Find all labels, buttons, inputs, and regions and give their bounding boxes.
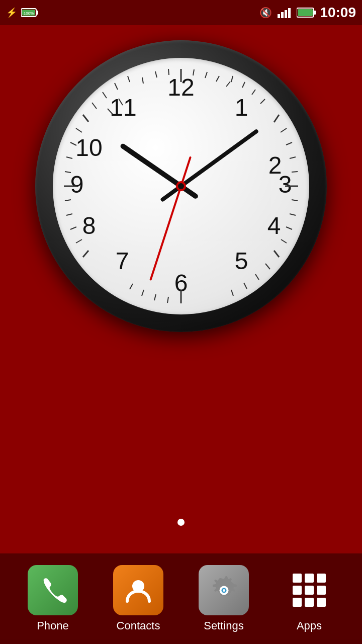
svg-rect-1 <box>36 11 38 15</box>
svg-line-66 <box>252 90 255 95</box>
svg-line-35 <box>292 200 298 201</box>
battery-icon <box>297 7 317 18</box>
dock-item-phone[interactable]: Phone <box>28 565 78 632</box>
clock-face: 12 1 2 3 4 5 6 7 8 9 10 <box>53 58 309 314</box>
settings-label: Settings <box>204 619 244 632</box>
apps-label: Apps <box>297 619 322 632</box>
svg-text:9: 9 <box>70 171 84 198</box>
svg-line-50 <box>76 239 82 243</box>
svg-line-27 <box>216 76 219 82</box>
svg-text:3: 3 <box>279 171 292 198</box>
phone-label: Phone <box>37 619 69 632</box>
status-left-icons: ⚡ 100% <box>6 7 39 18</box>
signal-icon <box>278 7 294 18</box>
svg-text:4: 4 <box>267 212 281 239</box>
clock-svg: 12 1 2 3 4 5 6 7 8 9 10 <box>53 58 309 314</box>
svg-line-65 <box>242 82 245 88</box>
svg-point-81 <box>178 183 184 189</box>
status-bar: ⚡ 100% 🔇 10:09 <box>0 0 362 25</box>
svg-rect-5 <box>278 14 280 18</box>
svg-line-43 <box>231 290 233 296</box>
svg-line-47 <box>142 290 144 296</box>
dock-item-contacts[interactable]: Contacts <box>113 565 163 632</box>
phone-icon <box>28 565 78 615</box>
svg-text:7: 7 <box>116 248 129 274</box>
svg-text:8: 8 <box>82 212 96 239</box>
svg-line-37 <box>286 227 292 229</box>
svg-line-42 <box>244 283 247 289</box>
apps-grid-dot <box>305 586 314 595</box>
svg-rect-6 <box>281 12 284 18</box>
svg-line-40 <box>265 264 270 269</box>
clock-widget: 12 1 2 3 4 5 6 7 8 9 10 <box>35 40 327 332</box>
apps-icon <box>284 565 334 615</box>
svg-line-51 <box>70 227 76 229</box>
svg-line-41 <box>255 274 259 280</box>
svg-line-74 <box>123 146 181 186</box>
page-dot-active <box>177 519 185 526</box>
svg-line-71 <box>155 71 157 77</box>
battery-small-icon: 100% <box>21 8 39 18</box>
apps-grid-dot <box>305 574 314 583</box>
svg-line-52 <box>66 214 72 215</box>
svg-rect-7 <box>285 10 287 18</box>
svg-line-62 <box>115 83 118 90</box>
svg-line-72 <box>168 69 169 75</box>
svg-text:5: 5 <box>235 248 248 274</box>
svg-line-38 <box>281 239 287 243</box>
svg-text:100%: 100% <box>24 11 34 16</box>
svg-line-31 <box>286 142 292 145</box>
apps-grid-dot <box>293 598 302 607</box>
svg-text:🔇: 🔇 <box>259 7 272 18</box>
svg-line-70 <box>142 77 143 84</box>
status-time: 10:09 <box>320 5 356 21</box>
apps-grid-dot <box>317 586 326 595</box>
svg-line-78 <box>151 186 181 279</box>
svg-text:10: 10 <box>75 134 102 161</box>
svg-rect-10 <box>314 11 316 15</box>
svg-rect-11 <box>298 9 313 16</box>
svg-rect-8 <box>288 8 291 18</box>
settings-icon <box>199 565 249 615</box>
svg-line-61 <box>103 92 107 98</box>
svg-line-48 <box>130 284 133 289</box>
apps-grid-dot <box>293 574 302 583</box>
apps-grid-dot <box>317 574 326 583</box>
svg-line-67 <box>260 99 265 104</box>
page-indicator <box>177 519 185 526</box>
dock-item-apps[interactable]: Apps <box>284 565 334 632</box>
svg-line-46 <box>154 294 156 300</box>
svg-line-28 <box>226 82 230 87</box>
svg-line-36 <box>290 214 296 215</box>
dock: Phone Contacts Settings <box>0 553 362 644</box>
svg-line-49 <box>83 251 88 257</box>
svg-line-63 <box>128 76 130 82</box>
svg-line-60 <box>92 103 97 109</box>
contacts-icon <box>113 565 163 615</box>
mute-icon: 🔇 <box>259 7 275 18</box>
svg-line-26 <box>205 72 207 78</box>
status-right-icons: 🔇 10:09 <box>259 5 356 21</box>
svg-point-85 <box>223 589 225 592</box>
svg-line-29 <box>274 115 279 122</box>
svg-text:1: 1 <box>235 94 248 121</box>
svg-line-53 <box>65 200 71 201</box>
apps-grid-dot <box>317 598 326 607</box>
dock-item-settings[interactable]: Settings <box>199 565 249 632</box>
apps-grid-dot <box>293 586 302 595</box>
svg-line-33 <box>292 172 298 172</box>
svg-line-56 <box>66 157 72 158</box>
apps-grid-dot <box>305 598 314 607</box>
svg-line-32 <box>290 157 296 158</box>
svg-line-76 <box>181 131 256 186</box>
svg-line-30 <box>281 128 287 132</box>
svg-line-64 <box>231 76 233 82</box>
svg-text:11: 11 <box>110 94 136 121</box>
svg-line-45 <box>167 297 168 303</box>
svg-line-39 <box>274 251 279 257</box>
usb-icon: ⚡ <box>6 7 17 18</box>
apps-grid <box>289 570 330 611</box>
contacts-label: Contacts <box>117 619 160 632</box>
clock-outer: 12 1 2 3 4 5 6 7 8 9 10 <box>35 40 327 332</box>
svg-line-58 <box>76 128 82 132</box>
